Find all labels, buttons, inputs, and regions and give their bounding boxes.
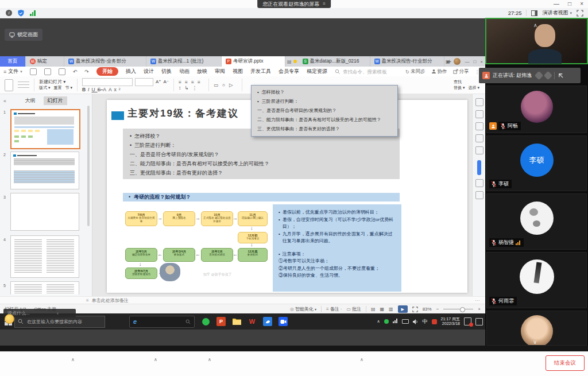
video-options-chevron[interactable]: ∧ (154, 357, 157, 362)
bullet-list-icon[interactable]: ⋮ (192, 85, 200, 91)
emoji-reaction-icon[interactable] (5, 314, 14, 324)
notes-bar[interactable]: ≡ 单击此处添加备注 ⋯ (0, 296, 485, 304)
workspace-icon[interactable]: ▣ (446, 59, 450, 64)
command-search[interactable] (335, 68, 396, 75)
menu-animation[interactable]: 动画 (179, 68, 189, 75)
slide-section-banner[interactable]: •考研的流程？如何规划？ (123, 193, 400, 201)
wps-minimize-icon[interactable]: — (465, 59, 469, 64)
share-options-chevron[interactable]: ∧ (208, 357, 211, 362)
new-slide-button[interactable]: 新建幻灯片 ▾ (39, 80, 72, 84)
fit-window-icon[interactable] (412, 307, 418, 312)
menu-devtools[interactable]: 开发工具 (250, 68, 271, 75)
slide-thumbnail[interactable] (10, 109, 80, 149)
menu-transition[interactable]: 切换 (161, 68, 172, 75)
bold-button[interactable]: B (82, 87, 88, 92)
tab-doc-business[interactable]: W盈米投决报告-业务部分 (64, 56, 146, 67)
redo-icon[interactable]: ↷ (84, 69, 89, 75)
browser-search-widget[interactable]: e (129, 316, 195, 328)
menu-review[interactable]: 审阅 (215, 68, 225, 75)
superscript-button[interactable]: x² (114, 87, 123, 92)
layout-button[interactable]: 版式 ▾ (39, 86, 50, 90)
shape-circle-icon[interactable]: ○ (222, 82, 229, 88)
design-pane-icon[interactable] (475, 122, 483, 130)
volume-icon[interactable] (413, 319, 419, 324)
comment-pane-icon[interactable] (475, 134, 483, 142)
ime-indicator[interactable]: 中 (423, 318, 428, 325)
more-pane-icon[interactable] (475, 191, 483, 199)
slideshow-play-button[interactable]: ▶ (398, 305, 408, 313)
reply-arrow-icon[interactable] (558, 72, 564, 79)
save-icon[interactable] (30, 68, 37, 75)
meeting-app-icon[interactable] (278, 317, 288, 326)
zoom-in-icon[interactable]: + (478, 307, 481, 312)
participant-tile[interactable]: 杨智捷 (486, 193, 587, 250)
collaborate-button[interactable]: 协作 (431, 68, 447, 75)
tab-sheet[interactable]: S盈米datap...新版_0216 (299, 56, 370, 67)
app-icon-blue[interactable] (263, 317, 272, 326)
shape-rect-icon[interactable]: ▭ (214, 82, 222, 88)
print-icon[interactable] (44, 68, 51, 75)
reset-button[interactable]: 重置 (53, 86, 61, 90)
tab-doc-annotated[interactable]: W盈米投决报...1 (批注) (146, 56, 222, 67)
tab-gaoding[interactable]: 稿稿定 (26, 56, 64, 67)
align-left-icon[interactable]: ≡ (179, 79, 185, 85)
powerpoint-app-icon[interactable]: P (216, 317, 226, 326)
increase-font-icon[interactable]: A⁺ (156, 80, 161, 84)
animation-pane-icon[interactable] (475, 110, 483, 118)
security-shield-icon[interactable] (18, 10, 24, 17)
sync-status[interactable]: ↻未同步 (405, 68, 425, 75)
participant-tile[interactable]: 阿畅 (486, 86, 587, 133)
participant-tile[interactable]: 何雨霏 (486, 252, 587, 308)
sorter-view-icon[interactable]: ▦ (380, 307, 385, 312)
end-meeting-button[interactable]: 结束会议 (546, 355, 585, 371)
find-button[interactable]: 查找 (454, 80, 479, 84)
comment-button[interactable]: ▭批注 (346, 306, 361, 312)
collapse-panel-icon[interactable]: « (3, 98, 6, 104)
notes-button[interactable]: ≡备注· (326, 306, 342, 312)
slide-thumbnail[interactable] (10, 235, 79, 278)
quick-chat-bar[interactable]: ‹ (3, 309, 76, 317)
tab-doc-industry[interactable]: W盈米投决报告-行业部分 (370, 56, 444, 67)
menu-slideshow[interactable]: 放映 (197, 68, 207, 75)
maximize-icon[interactable]: □ (568, 0, 571, 8)
align-center-icon[interactable]: ≡ (185, 79, 191, 85)
help-pane-icon[interactable] (475, 179, 483, 187)
menu-design[interactable]: 设计 (144, 68, 154, 75)
tab-home[interactable]: 首页 (0, 56, 26, 67)
app-icon-green[interactable] (201, 317, 210, 326)
clap-reaction-icon[interactable] (535, 71, 544, 80)
tips-box[interactable]: •暑假以前，优先重点学习政治以外的薄弱科目； •暑假，合理安排时间复习（可以不学… (273, 204, 401, 292)
fullscreen-icon[interactable] (577, 10, 583, 17)
canvas-scrollbar-thumb[interactable] (477, 160, 481, 175)
font-size-select[interactable] (135, 78, 153, 86)
outline-tab[interactable]: 大纲 (25, 97, 36, 104)
panel-scrollbar[interactable] (87, 106, 90, 226)
slide-thumbnail[interactable] (10, 152, 79, 189)
slide-thumbnail[interactable] (10, 193, 79, 231)
replace-button[interactable]: 替换 ▾ (454, 86, 465, 90)
highlight-button[interactable]: A (109, 87, 114, 92)
account-avatar[interactable] (454, 58, 461, 65)
file-explorer-icon[interactable] (232, 317, 241, 326)
format-painter-icon[interactable] (18, 84, 29, 86)
scroll-down-chevron[interactable]: ∨ (533, 339, 537, 345)
banner-menu-icon[interactable]: ≡ (323, 0, 326, 8)
align-right-icon[interactable]: ≡ (191, 79, 198, 85)
menu-view[interactable]: 视图 (233, 68, 243, 75)
file-menu[interactable]: ≡文件▾ (3, 68, 22, 75)
props-icon[interactable] (475, 98, 483, 106)
taskbar-search-input[interactable] (26, 319, 97, 325)
info-icon[interactable]: i (6, 10, 12, 16)
strikethrough-button[interactable]: S (98, 87, 103, 92)
normal-view-icon[interactable]: ▤ (371, 307, 376, 312)
minimize-icon[interactable]: — (554, 0, 559, 8)
quick-chat-input[interactable] (6, 310, 55, 316)
preview-icon[interactable] (59, 68, 65, 75)
decrease-font-icon[interactable]: A⁻ (164, 80, 169, 84)
zoom-out-icon[interactable]: − (436, 307, 439, 312)
network-icon[interactable] (393, 319, 398, 324)
record-options-chevron[interactable]: ∧ (360, 357, 363, 362)
taskbar-clock[interactable]: 21:17 周五 2022/3/18 (441, 317, 460, 327)
view-mode-selector[interactable]: 演讲者视图▾ (542, 9, 572, 17)
menu-gaoding-res[interactable]: 稿定资源 (307, 68, 327, 75)
